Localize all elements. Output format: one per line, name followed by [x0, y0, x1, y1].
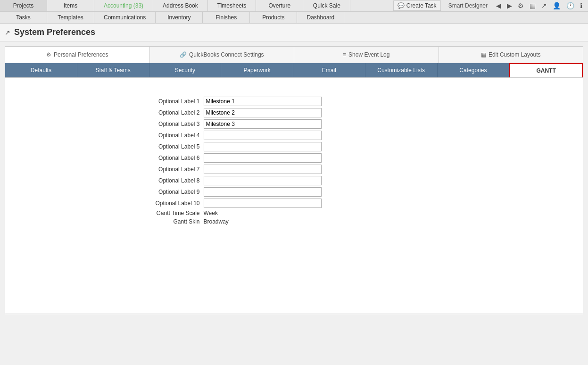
tab-event-log[interactable]: ≡ Show Event Log: [294, 47, 439, 63]
tab-customlayouts-label: Edit Custom Layouts: [489, 51, 541, 58]
gear-tab-icon: ⚙: [46, 51, 51, 58]
nav-accounting[interactable]: Accounting (33): [94, 0, 153, 11]
form-row-skin: Gantt Skin Broadway: [129, 218, 459, 225]
input-optional-10[interactable]: [204, 199, 322, 208]
nav-tasks[interactable]: Tasks: [0, 12, 47, 23]
label-optional-1: Optional Label 1: [129, 98, 200, 105]
top-right-actions: 💬 Create Task Smart Designer ◀ ▶ ⚙ ▦ ↗ 👤…: [389, 0, 588, 11]
nav-templates[interactable]: Templates: [47, 12, 94, 23]
forward-icon[interactable]: ▶: [506, 1, 513, 10]
page-title: System Preferences: [14, 27, 95, 37]
input-optional-1[interactable]: [204, 97, 322, 106]
create-task-button[interactable]: 💬 Create Task: [393, 0, 441, 11]
nav-inventory[interactable]: Inventory: [156, 12, 203, 23]
subtab-customizable-lists[interactable]: Customizable Lists: [365, 63, 438, 77]
nav-finishes[interactable]: Finishes: [203, 12, 250, 23]
input-optional-5[interactable]: [204, 142, 322, 151]
nav-quick-sale[interactable]: Quick Sale: [303, 0, 350, 11]
input-optional-2[interactable]: [204, 108, 322, 117]
tab-quickbooks[interactable]: 🔗 QuickBooks Connect Settings: [150, 47, 295, 63]
nav-bar-bottom: Tasks Templates Communications Inventory…: [0, 12, 588, 24]
nav-address-book[interactable]: Address Book: [153, 0, 208, 11]
form-row-timescale: Gantt Time Scale Week: [129, 210, 459, 216]
link-tab-icon: 🔗: [180, 51, 187, 58]
subtab-staff[interactable]: Staff & Teams: [77, 63, 149, 77]
gantt-form: Optional Label 1 Optional Label 2 Option…: [129, 87, 459, 225]
sub-tab-bar: Defaults Staff & Teams Security Paperwor…: [5, 63, 583, 78]
nav-overture[interactable]: Overture: [256, 0, 303, 11]
tab-quickbooks-label: QuickBooks Connect Settings: [189, 51, 264, 58]
tab-personal-label: Personal Preferences: [54, 51, 108, 58]
subtab-defaults[interactable]: Defaults: [5, 63, 77, 77]
form-row-9: Optional Label 9: [129, 187, 459, 197]
external-link-icon[interactable]: ↗: [5, 29, 10, 36]
input-optional-4[interactable]: [204, 131, 322, 140]
label-gantt-skin: Gantt Skin: [129, 218, 200, 225]
input-optional-6[interactable]: [204, 153, 322, 163]
subtab-paperwork[interactable]: Paperwork: [221, 63, 293, 77]
tab-eventlog-label: Show Event Log: [348, 51, 389, 58]
back-icon[interactable]: ◀: [495, 1, 502, 10]
form-row-10: Optional Label 10: [129, 199, 459, 208]
user-icon[interactable]: 👤: [552, 1, 562, 10]
nav-dashboard[interactable]: Dashboard: [297, 12, 344, 23]
label-optional-5: Optional Label 5: [129, 143, 200, 150]
clock-icon[interactable]: 🕐: [565, 1, 575, 10]
label-optional-8: Optional Label 8: [129, 177, 200, 184]
input-optional-7[interactable]: [204, 165, 322, 174]
input-optional-3[interactable]: [204, 119, 322, 129]
content-area: Optional Label 1 Optional Label 2 Option…: [5, 78, 583, 314]
form-row-7: Optional Label 7: [129, 165, 459, 174]
form-row-6: Optional Label 6: [129, 153, 459, 163]
label-optional-3: Optional Label 3: [129, 121, 200, 127]
label-optional-9: Optional Label 9: [129, 189, 200, 195]
value-gantt-timescale: Week: [204, 210, 218, 216]
nav-items[interactable]: Items: [47, 0, 94, 11]
tab-personal-preferences[interactable]: ⚙ Personal Preferences: [5, 47, 150, 63]
form-row-3: Optional Label 3: [129, 119, 459, 129]
tab-custom-layouts[interactable]: ▦ Edit Custom Layouts: [439, 47, 583, 63]
label-optional-6: Optional Label 6: [129, 155, 200, 161]
link-icon[interactable]: ↗: [540, 1, 548, 10]
label-optional-4: Optional Label 4: [129, 132, 200, 139]
label-optional-2: Optional Label 2: [129, 109, 200, 116]
nav-projects[interactable]: Projects: [0, 0, 47, 11]
subtab-security[interactable]: Security: [149, 63, 222, 77]
main-tab-bar: ⚙ Personal Preferences 🔗 QuickBooks Conn…: [5, 47, 583, 63]
smart-designer-label: Smart Designer: [445, 1, 491, 10]
form-row-4: Optional Label 4: [129, 131, 459, 140]
subtab-categories[interactable]: Categories: [438, 63, 510, 77]
chat-icon: 💬: [398, 2, 405, 9]
form-row-8: Optional Label 8: [129, 176, 459, 185]
label-gantt-timescale: Gantt Time Scale: [129, 210, 200, 216]
form-row-1: Optional Label 1: [129, 97, 459, 106]
create-task-label: Create Task: [406, 2, 437, 9]
list-tab-icon: ≡: [343, 51, 346, 58]
nav-communications[interactable]: Communications: [94, 12, 156, 23]
nav-products[interactable]: Products: [250, 12, 297, 23]
main-content: ⚙ Personal Preferences 🔗 QuickBooks Conn…: [5, 46, 583, 314]
gear-icon[interactable]: ⚙: [517, 1, 525, 10]
value-gantt-skin: Broadway: [204, 218, 229, 225]
form-row-2: Optional Label 2: [129, 108, 459, 117]
grid-icon[interactable]: ▦: [529, 1, 537, 10]
input-optional-9[interactable]: [204, 187, 322, 197]
subtab-email[interactable]: Email: [293, 63, 365, 77]
nav-timesheets[interactable]: Timesheets: [208, 0, 257, 11]
input-optional-8[interactable]: [204, 176, 322, 185]
nav-bar-top: Projects Items Accounting (33) Address B…: [0, 0, 588, 12]
help-icon[interactable]: ℹ: [579, 1, 583, 10]
label-optional-10: Optional Label 10: [129, 200, 200, 207]
grid-tab-icon: ▦: [481, 51, 486, 58]
subtab-gantt[interactable]: GANTT: [509, 63, 583, 77]
form-row-5: Optional Label 5: [129, 142, 459, 151]
page-header: ↗ System Preferences: [0, 24, 588, 41]
label-optional-7: Optional Label 7: [129, 166, 200, 173]
